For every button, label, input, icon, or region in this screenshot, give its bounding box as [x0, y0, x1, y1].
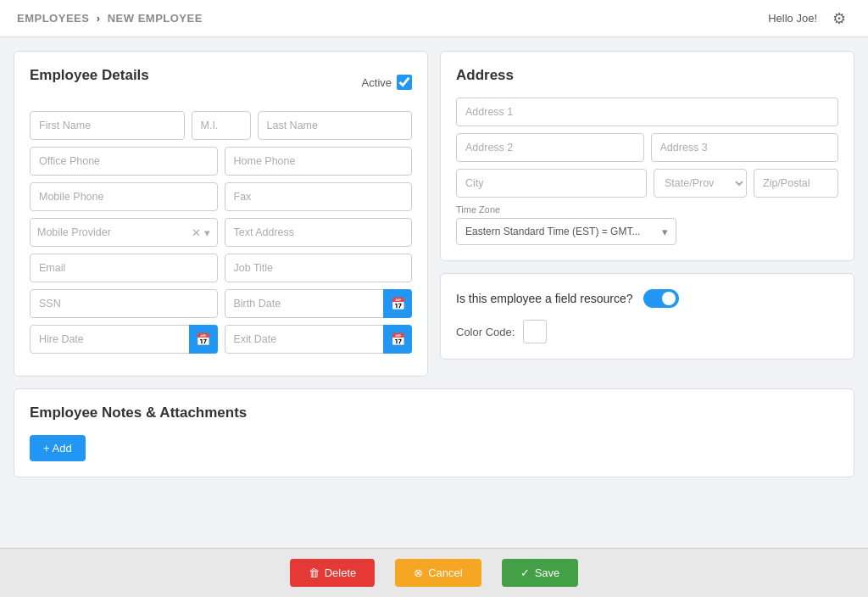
zip-input[interactable]: [754, 169, 838, 198]
hire-exit-row: 📅 📅: [30, 325, 412, 354]
timezone-select-wrapper: Eastern Standard Time (EST) = GMT...: [456, 218, 676, 245]
address1-field: [456, 98, 838, 126]
text-address-field: [225, 218, 413, 247]
mobile-provider-select[interactable]: Mobile Provider ✕ ▾: [30, 218, 218, 247]
ssn-birthdate-row: 📅: [30, 289, 412, 318]
gear-icon[interactable]: ⚙: [827, 7, 851, 31]
address-title: Address: [456, 67, 838, 84]
phone-row: [30, 147, 412, 176]
field-resource-label: Is this employee a field resource?: [456, 292, 633, 305]
home-phone-field: [225, 147, 413, 176]
clear-provider-icon[interactable]: ✕: [192, 226, 201, 239]
hire-date-field: 📅: [30, 325, 218, 354]
notes-card: Employee Notes & Attachments + Add: [14, 388, 854, 477]
state-select[interactable]: State/Prov: [654, 169, 747, 198]
new-employee-label: NEW EMPLOYEE: [108, 12, 203, 25]
job-title-input[interactable]: [225, 254, 413, 282]
ssn-input[interactable]: [30, 289, 218, 318]
employees-link[interactable]: EMPLOYEES: [17, 12, 89, 25]
active-label-group: Active: [362, 75, 412, 90]
add-note-button[interactable]: + Add: [30, 435, 86, 461]
mobile-phone-input[interactable]: [30, 182, 218, 211]
home-phone-input[interactable]: [225, 147, 413, 176]
fax-field: [225, 182, 413, 211]
office-phone-field: [30, 147, 218, 176]
mobile-fax-row: [30, 182, 412, 211]
exit-date-calendar-button[interactable]: 📅: [383, 325, 412, 354]
email-jobtitle-row: [30, 254, 412, 282]
card-header: Employee Details Active: [30, 67, 412, 98]
exit-date-field: 📅: [225, 325, 413, 354]
bottom-bar: 🗑 Delete ⊗ Cancel ✓ Save: [0, 548, 868, 562]
timezone-section: Time Zone Eastern Standard Time (EST) = …: [456, 204, 838, 245]
address3-field: [651, 133, 839, 162]
color-code-box[interactable]: [523, 320, 547, 343]
first-name-field: [30, 111, 185, 140]
first-name-input[interactable]: [30, 111, 185, 140]
cancel-button[interactable]: ⊗ Cancel: [395, 559, 481, 562]
address2-input[interactable]: [456, 133, 644, 162]
provider-row: Mobile Provider ✕ ▾: [30, 218, 412, 247]
breadcrumb: EMPLOYEES › NEW EMPLOYEE: [17, 12, 203, 25]
mobile-provider-field: Mobile Provider ✕ ▾: [30, 218, 218, 247]
text-address-input[interactable]: [225, 218, 413, 247]
mi-field: [192, 111, 251, 140]
timezone-label: Time Zone: [456, 204, 838, 215]
birth-date-field: 📅: [225, 289, 413, 318]
mobile-phone-field: [30, 182, 218, 211]
name-row: [30, 111, 412, 140]
zip-field: [754, 169, 838, 198]
delete-button[interactable]: 🗑 Delete: [290, 559, 376, 562]
active-text: Active: [362, 76, 392, 89]
provider-controls: ✕ ▾: [192, 226, 210, 239]
color-code-row: Color Code:: [456, 320, 838, 343]
nav-right: Hello Joe! ⚙: [768, 7, 851, 31]
color-code-label: Color Code:: [456, 326, 515, 338]
address23-row: [456, 133, 838, 162]
field-resource-toggle[interactable]: [643, 289, 679, 308]
dropdown-provider-icon[interactable]: ▾: [204, 226, 210, 239]
address3-input[interactable]: [651, 133, 839, 162]
address-card: Address: [440, 51, 854, 261]
last-name-field: [258, 111, 413, 140]
hello-text: Hello Joe!: [768, 12, 817, 25]
city-input[interactable]: [456, 169, 647, 198]
last-name-input[interactable]: [258, 111, 413, 140]
city-field: [456, 169, 647, 198]
email-input[interactable]: [30, 254, 218, 282]
employee-details-title: Employee Details: [30, 67, 149, 84]
fax-input[interactable]: [225, 182, 413, 211]
birth-date-calendar-button[interactable]: 📅: [383, 289, 412, 318]
address1-input[interactable]: [456, 98, 838, 126]
field-resource-card: Is this employee a field resource? Color…: [440, 273, 854, 360]
notes-title: Employee Notes & Attachments: [30, 405, 838, 421]
ssn-field: [30, 289, 218, 318]
top-nav: EMPLOYEES › NEW EMPLOYEE Hello Joe! ⚙: [0, 0, 868, 37]
spacer: [14, 489, 854, 549]
mobile-provider-placeholder: Mobile Provider: [37, 226, 192, 238]
city-state-zip-row: State/Prov: [456, 169, 838, 198]
field-resource-row: Is this employee a field resource?: [456, 289, 838, 308]
save-button[interactable]: ✓ Save: [502, 559, 579, 562]
active-checkbox[interactable]: [397, 75, 412, 90]
mi-input[interactable]: [192, 111, 251, 140]
address2-field: [456, 133, 644, 162]
toggle-slider: [643, 289, 679, 308]
address1-row: [456, 98, 838, 126]
timezone-select[interactable]: Eastern Standard Time (EST) = GMT...: [456, 218, 676, 245]
job-title-field: [225, 254, 413, 282]
hire-date-calendar-button[interactable]: 📅: [189, 325, 218, 354]
email-field: [30, 254, 218, 282]
employee-details-card: Employee Details Active: [14, 51, 428, 377]
office-phone-input[interactable]: [30, 147, 218, 176]
top-row: Employee Details Active: [14, 51, 854, 377]
state-field: State/Prov: [654, 169, 747, 198]
right-column: Address: [440, 51, 854, 377]
main-content: Employee Details Active: [0, 37, 868, 562]
